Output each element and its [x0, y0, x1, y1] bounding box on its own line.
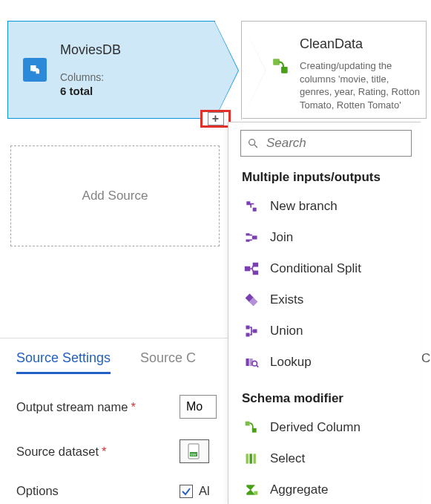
derived-column-icon-small — [243, 419, 260, 436]
union-icon — [243, 323, 260, 339]
select-icon — [243, 451, 260, 467]
menu-item-exists[interactable]: Exists — [240, 284, 412, 315]
tab-source-options[interactable]: Source C — [140, 350, 196, 374]
menu-group-multiple-io: Multiple inputs/outputs — [242, 170, 412, 185]
source-node-moviesdb[interactable]: MoviesDB Columns: 6 total — [7, 21, 215, 119]
menu-item-new-branch[interactable]: New branch — [240, 191, 412, 222]
options-label: Options — [16, 484, 180, 498]
svg-rect-19 — [250, 454, 252, 463]
transformation-search-input[interactable] — [265, 135, 405, 151]
add-transformation-button[interactable]: + — [208, 112, 224, 125]
svg-text:csv: csv — [191, 452, 197, 456]
menu-item-derived-column[interactable]: Derived Column — [240, 412, 412, 443]
svg-rect-11 — [253, 330, 257, 333]
lookup-icon — [243, 354, 260, 370]
derived-node-cleandata[interactable]: CleanData Creating/updating the columns … — [241, 21, 427, 119]
menu-group-schema-modifier: Schema modifier — [242, 391, 412, 406]
derived-node-description: Creating/updating the columns 'movie, ti… — [300, 59, 420, 111]
tab-source-settings[interactable]: Source Settings — [16, 350, 111, 374]
svg-rect-9 — [246, 326, 250, 330]
svg-rect-12 — [246, 359, 249, 366]
options-checkbox[interactable] — [180, 485, 193, 498]
menu-item-union[interactable]: Union — [240, 315, 412, 347]
check-icon — [181, 486, 191, 497]
svg-point-14 — [252, 361, 257, 366]
search-icon — [247, 137, 259, 150]
exists-icon — [243, 292, 260, 308]
menu-item-conditional-split[interactable]: Conditional Split — [240, 253, 412, 284]
new-branch-icon — [243, 198, 260, 215]
csv-file-icon: csv — [187, 443, 202, 459]
columns-label: Columns: — [60, 71, 121, 83]
join-icon — [243, 229, 260, 246]
add-source-placeholder[interactable]: Add Source — [10, 145, 220, 246]
output-stream-name-input[interactable] — [180, 395, 217, 419]
transformation-search[interactable] — [240, 130, 412, 157]
svg-rect-21 — [254, 491, 257, 495]
menu-item-lookup[interactable]: Lookup — [240, 347, 412, 378]
menu-item-join[interactable]: Join — [240, 222, 412, 253]
menu-item-select[interactable]: Select — [240, 443, 412, 474]
svg-point-5 — [249, 140, 255, 145]
add-source-label: Add Source — [82, 189, 148, 203]
menu-item-aggregate[interactable]: Aggregate — [240, 474, 412, 504]
derived-column-icon — [272, 57, 291, 118]
options-checkbox-label: Al — [199, 484, 210, 498]
add-transformation-highlight: + — [200, 110, 231, 128]
svg-line-6 — [254, 145, 257, 148]
source-dataset-selector[interactable]: csv — [180, 439, 209, 463]
svg-rect-18 — [246, 454, 249, 463]
source-icon — [23, 58, 47, 82]
svg-rect-10 — [246, 333, 250, 337]
aggregate-icon — [243, 482, 260, 498]
source-dataset-label: Source dataset* — [16, 445, 180, 459]
svg-line-15 — [257, 365, 259, 367]
derived-node-title: CleanData — [300, 36, 420, 52]
transformation-menu: Multiple inputs/outputs New branch Join … — [228, 122, 421, 504]
columns-value: 6 total — [60, 85, 121, 97]
svg-rect-20 — [254, 454, 256, 463]
output-stream-name-label: Output stream name* — [16, 400, 180, 414]
svg-rect-0 — [273, 59, 280, 65]
svg-rect-16 — [246, 422, 250, 426]
source-node-title: MoviesDB — [60, 42, 121, 58]
conditional-split-icon — [243, 261, 260, 277]
